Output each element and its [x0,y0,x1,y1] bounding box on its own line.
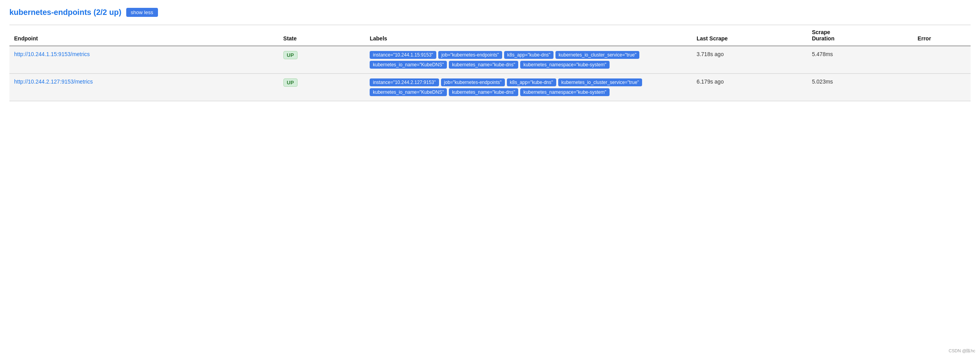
endpoint-cell: http://10.244.2.127:9153/metrics [9,74,279,101]
endpoint-link[interactable]: http://10.244.2.127:9153/metrics [14,78,93,85]
label-tag: kubernetes_io_name="KubeDNS" [370,88,447,96]
table-header: Endpoint State Labels Last Scrape Scrape… [9,25,971,46]
last-scrape-cell: 3.718s ago [692,46,807,74]
label-tag: kubernetes_io_cluster_service="true" [555,51,639,59]
label-tag: instance="10.244.2.127:9153" [370,78,439,86]
duration-value: 5.023ms [812,78,833,85]
page-header: kubernetes-endpoints (2/2 up) show less [9,8,971,17]
col-header-last-scrape: Last Scrape [692,25,807,46]
duration-value: 5.478ms [812,51,833,57]
label-tag: kubernetes_name="kube-dns" [449,61,518,69]
state-cell: UP [279,74,365,101]
error-cell [913,46,971,74]
page-title: kubernetes-endpoints (2/2 up) [9,8,122,17]
label-tag: job="kubernetes-endpoints" [441,78,505,86]
label-tag: instance="10.244.1.15:9153" [370,51,436,59]
state-cell: UP [279,46,365,74]
col-header-scrape-duration: ScrapeDuration [807,25,913,46]
table-row: http://10.244.1.15:9153/metricsUPinstanc… [9,46,971,74]
table-row: http://10.244.2.127:9153/metricsUPinstan… [9,74,971,101]
label-tag: kubernetes_namespace="kube-system" [520,61,610,69]
col-header-labels: Labels [365,25,692,46]
endpoint-link[interactable]: http://10.244.1.15:9153/metrics [14,51,90,57]
show-less-button[interactable]: show less [126,8,158,17]
label-tag: job="kubernetes-endpoints" [438,51,502,59]
last-scrape-value: 3.718s ago [697,51,724,57]
state-badge: UP [283,51,298,59]
duration-cell: 5.478ms [807,46,913,74]
table-body: http://10.244.1.15:9153/metricsUPinstanc… [9,46,971,101]
labels-cell: instance="10.244.2.127:9153"job="kuberne… [365,74,692,101]
label-tag: kubernetes_io_name="KubeDNS" [370,61,447,69]
labels-cell: instance="10.244.1.15:9153"job="kubernet… [365,46,692,74]
label-tag: k8s_app="kube-dns" [504,51,554,59]
label-tag: kubernetes_name="kube-dns" [449,88,518,96]
col-header-state: State [279,25,365,46]
last-scrape-cell: 6.179s ago [692,74,807,101]
endpoints-table: Endpoint State Labels Last Scrape Scrape… [9,25,971,101]
label-tag: k8s_app="kube-dns" [507,78,556,86]
duration-cell: 5.023ms [807,74,913,101]
col-header-endpoint: Endpoint [9,25,279,46]
last-scrape-value: 6.179s ago [697,78,724,85]
labels-container: instance="10.244.1.15:9153"job="kubernet… [370,51,687,69]
state-badge: UP [283,78,298,87]
col-header-error: Error [913,25,971,46]
label-tag: kubernetes_namespace="kube-system" [520,88,610,96]
endpoint-cell: http://10.244.1.15:9153/metrics [9,46,279,74]
error-cell [913,74,971,101]
labels-container: instance="10.244.2.127:9153"job="kuberne… [370,78,687,96]
label-tag: kubernetes_io_cluster_service="true" [558,78,642,86]
